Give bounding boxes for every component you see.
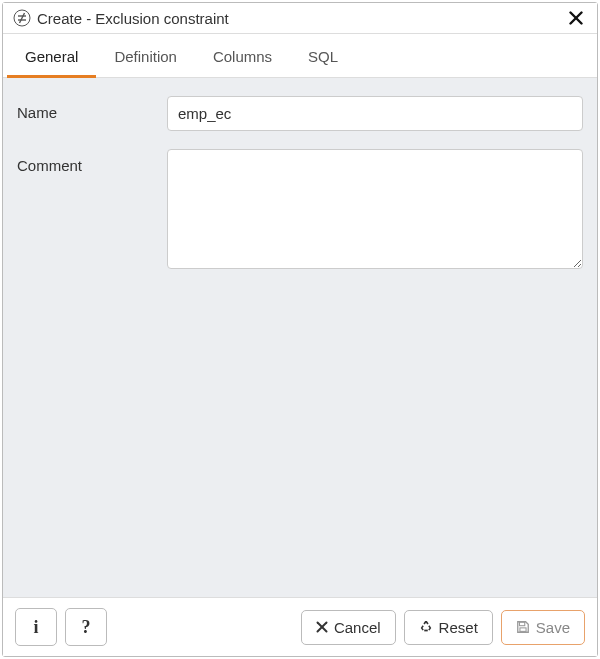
name-label: Name	[17, 96, 167, 121]
help-icon: ?	[82, 617, 91, 638]
form-row-comment: Comment	[17, 149, 583, 272]
name-input[interactable]	[167, 96, 583, 131]
recycle-icon	[419, 620, 433, 634]
tab-columns[interactable]: Columns	[195, 38, 290, 78]
tab-sql[interactable]: SQL	[290, 38, 356, 78]
comment-textarea[interactable]	[167, 149, 583, 269]
name-field-wrap	[167, 96, 583, 131]
form-row-name: Name	[17, 96, 583, 131]
cancel-label: Cancel	[334, 619, 381, 636]
svg-rect-10	[520, 628, 526, 632]
dialog-footer: i ? Cancel Reset	[3, 597, 597, 656]
info-icon: i	[33, 617, 38, 638]
dialog-content: Name Comment	[3, 78, 597, 597]
not-equal-icon	[13, 9, 31, 27]
reset-button[interactable]: Reset	[404, 610, 493, 645]
tab-bar: General Definition Columns SQL	[3, 38, 597, 78]
info-button[interactable]: i	[15, 608, 57, 646]
tab-general[interactable]: General	[7, 38, 96, 78]
titlebar: Create - Exclusion constraint	[3, 3, 597, 34]
save-button[interactable]: Save	[501, 610, 585, 645]
dialog-create-exclusion-constraint: Create - Exclusion constraint General De…	[2, 2, 598, 657]
reset-label: Reset	[439, 619, 478, 636]
svg-rect-9	[519, 622, 524, 626]
help-button[interactable]: ?	[65, 608, 107, 646]
close-button[interactable]	[565, 11, 587, 25]
tab-definition[interactable]: Definition	[96, 38, 195, 78]
cancel-button[interactable]: Cancel	[301, 610, 396, 645]
close-icon	[316, 621, 328, 633]
dialog-title: Create - Exclusion constraint	[37, 10, 565, 27]
comment-field-wrap	[167, 149, 583, 272]
close-icon	[569, 11, 583, 25]
save-label: Save	[536, 619, 570, 636]
svg-rect-8	[424, 630, 428, 632]
svg-line-3	[20, 13, 25, 23]
save-icon	[516, 620, 530, 634]
comment-label: Comment	[17, 149, 167, 174]
